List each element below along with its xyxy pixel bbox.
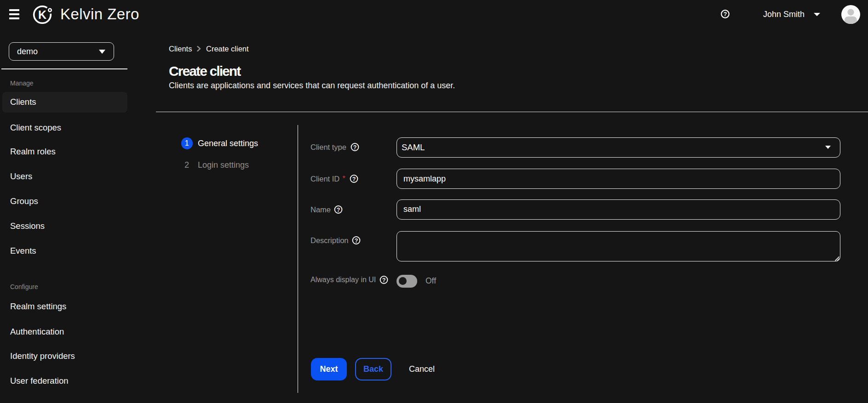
svg-text:?: ? (353, 144, 356, 150)
svg-text:?: ? (336, 207, 340, 213)
svg-text:?: ? (382, 277, 385, 283)
svg-text:K: K (38, 8, 46, 21)
svg-text:?: ? (352, 176, 356, 182)
svg-text:?: ? (724, 11, 727, 17)
svg-text:?: ? (354, 238, 358, 244)
